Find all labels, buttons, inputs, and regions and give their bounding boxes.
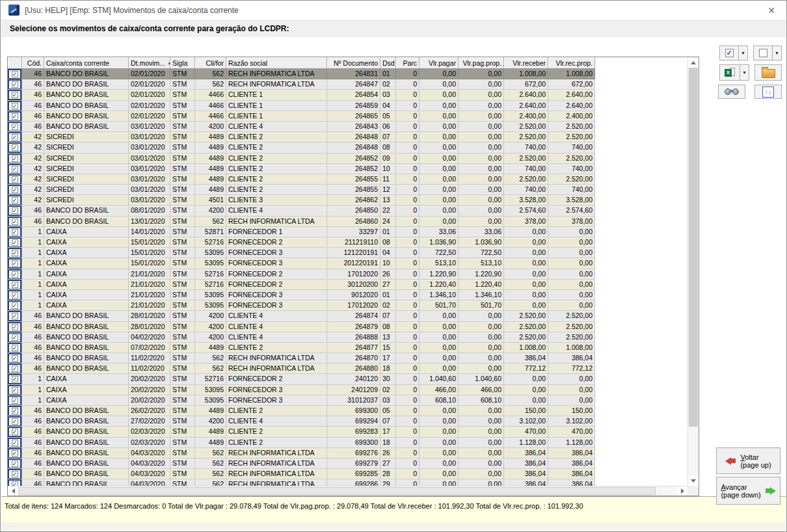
row-checkbox[interactable]: ✓ — [8, 479, 22, 486]
table-row[interactable]: ✓46BANCO DO BRASIL02/01/2020STM4466CLIEN… — [8, 90, 595, 100]
table-row[interactable]: ✓1CAIXA15/01/2020STM53095FORNECEDOR 3201… — [8, 258, 595, 269]
row-checkbox[interactable]: ✓ — [8, 427, 22, 437]
close-icon[interactable]: ✕ — [766, 5, 777, 16]
row-checkbox[interactable]: ✓ — [8, 79, 22, 90]
row-checkbox[interactable]: ✓ — [8, 469, 22, 479]
table-row[interactable]: ✓42SICREDI03/01/2020STM4489CLIENTE 22648… — [8, 132, 595, 142]
vertical-scroll-thumb[interactable] — [689, 68, 698, 427]
table-row[interactable]: ✓1CAIXA15/01/2020STM53095FORNECEDOR 3121… — [8, 248, 595, 258]
row-checkbox[interactable]: ✓ — [8, 69, 22, 79]
table-row[interactable]: ✓1CAIXA21/01/2020STM53095FORNECEDOR 3901… — [8, 290, 595, 300]
row-checkbox[interactable]: ✓ — [8, 142, 22, 153]
row-checkbox[interactable]: ✓ — [8, 122, 22, 132]
table-row[interactable]: ✓1CAIXA20/02/2020STM53095FORNECEDOR 3310… — [8, 395, 595, 406]
table-row[interactable]: ✓46BANCO DO BRASIL03/01/2020STM4200CLIEN… — [8, 122, 595, 132]
row-checkbox[interactable]: ✓ — [8, 111, 22, 122]
table-row[interactable]: ✓1CAIXA20/02/2020STM52716FORNECEDOR 2240… — [8, 374, 595, 384]
column-header-razao_social[interactable]: Razão social — [226, 57, 327, 69]
table-row[interactable]: ✓46BANCO DO BRASIL02/01/2020STM4466CLIEN… — [8, 101, 595, 111]
row-checkbox[interactable]: ✓ — [8, 364, 22, 374]
row-checkbox[interactable]: ✓ — [8, 90, 22, 100]
table-row[interactable]: ✓42SICREDI03/01/2020STM4489CLIENTE 22648… — [8, 174, 595, 185]
row-checkbox[interactable]: ✓ — [8, 185, 22, 195]
uncheck-all-dropdown[interactable]: ▼ — [772, 46, 782, 60]
column-header-cli_for[interactable]: Cli/for — [195, 57, 226, 69]
row-checkbox[interactable]: ✓ — [8, 153, 22, 164]
back-page-up-button[interactable]: Voltar (page up) — [716, 447, 780, 474]
table-row[interactable]: ✓46BANCO DO BRASIL02/01/2020STM4466CLIEN… — [8, 111, 595, 122]
scroll-up-icon[interactable] — [688, 57, 699, 68]
row-checkbox[interactable]: ✓ — [8, 195, 22, 206]
table-row[interactable]: ✓42SICREDI03/01/2020STM4489CLIENTE 22648… — [8, 142, 595, 153]
scroll-right-icon[interactable] — [677, 486, 687, 496]
horizontal-scrollbar[interactable] — [8, 486, 687, 496]
column-header-cod[interactable]: Cód. — [22, 57, 44, 69]
table-row[interactable]: ✓46BANCO DO BRASIL28/01/2020STM4200CLIEN… — [8, 311, 595, 321]
check-all-button[interactable]: ✓ — [719, 46, 739, 60]
column-header-parc[interactable]: Parc — [396, 57, 420, 69]
table-row[interactable]: ✓42SICREDI03/01/2020STM4489CLIENTE 22648… — [8, 185, 595, 195]
row-checkbox[interactable]: ✓ — [8, 290, 22, 300]
table-row[interactable]: ✓46BANCO DO BRASIL02/03/2020STM4489CLIEN… — [8, 427, 595, 437]
row-checkbox[interactable]: ✓ — [8, 438, 22, 448]
table-row[interactable]: ✓46BANCO DO BRASIL04/02/2020STM4200CLIEN… — [8, 332, 595, 343]
table-row[interactable]: ✓46BANCO DO BRASIL02/01/2020STM562RECH I… — [8, 69, 595, 79]
row-checkbox[interactable]: ✓ — [8, 258, 22, 269]
row-checkbox[interactable]: ✓ — [8, 217, 22, 227]
scroll-left-icon[interactable] — [8, 486, 18, 496]
row-checkbox[interactable]: ✓ — [8, 448, 22, 459]
row-checkbox[interactable]: ✓ — [8, 300, 22, 311]
table-row[interactable]: ✓46BANCO DO BRASIL07/02/2020STM4489CLIEN… — [8, 343, 595, 353]
table-row[interactable]: ✓42SICREDI03/01/2020STM4489CLIENTE 22648… — [8, 164, 595, 174]
row-checkbox[interactable]: ✓ — [8, 459, 22, 469]
search-button[interactable] — [718, 85, 745, 99]
table-row[interactable]: ✓46BANCO DO BRASIL28/01/2020STM4200CLIEN… — [8, 322, 595, 332]
table-row[interactable]: ✓46BANCO DO BRASIL04/03/2020STM562RECH I… — [8, 448, 595, 459]
column-header-caixa_conta_corrente[interactable]: Caixa/conta corrente — [44, 57, 129, 69]
table-row[interactable]: ✓1CAIXA21/01/2020STM52716FORNECEDOR 2170… — [8, 269, 595, 280]
column-header-vlr_receber[interactable]: Vlr.receber — [504, 57, 548, 69]
row-checkbox[interactable]: ✓ — [8, 237, 22, 248]
row-checkbox[interactable]: ✓ — [8, 322, 22, 332]
table-row[interactable]: ✓46BANCO DO BRASIL02/01/2020STM562RECH I… — [8, 79, 595, 90]
column-header-n_documento[interactable]: Nº Documento — [327, 57, 380, 69]
table-row[interactable]: ✓1CAIXA14/01/2020STM52871FORNECEDOR 1332… — [8, 227, 595, 237]
column-header-dsd[interactable]: Dsd — [380, 57, 396, 69]
forward-page-down-button[interactable]: Avançar (page down) — [716, 477, 780, 505]
row-checkbox[interactable]: ✓ — [8, 406, 22, 416]
table-row[interactable]: ✓46BANCO DO BRASIL11/02/2020STM562RECH I… — [8, 364, 595, 374]
row-checkbox[interactable]: ✓ — [8, 332, 22, 343]
table-row[interactable]: ✓1CAIXA21/01/2020STM52716FORNECEDOR 2301… — [8, 280, 595, 290]
check-all-dropdown[interactable]: ▼ — [738, 46, 748, 60]
sort-order-button[interactable]: ↑↓ — [754, 85, 782, 99]
table-row[interactable]: ✓42SICREDI03/01/2020STM4501CLIENTE 32648… — [8, 195, 595, 206]
row-checkbox[interactable]: ✓ — [8, 164, 22, 174]
table-row[interactable]: ✓46BANCO DO BRASIL13/01/2020STM562RECH I… — [8, 217, 595, 227]
table-row[interactable]: ✓1CAIXA20/02/2020STM53095FORNECEDOR 3240… — [8, 385, 595, 395]
vertical-scrollbar[interactable] — [687, 57, 699, 486]
uncheck-all-button[interactable] — [753, 46, 773, 60]
row-checkbox[interactable]: ✓ — [8, 174, 22, 185]
row-checkbox[interactable]: ✓ — [8, 101, 22, 111]
column-header-vlr_pag_prop[interactable]: Vlr.pag.prop. — [459, 57, 504, 69]
row-checkbox[interactable]: ✓ — [8, 269, 22, 280]
export-excel-button[interactable]: X — [719, 64, 740, 81]
column-header-vlr_rec_prop[interactable]: Vlr.rec.prop. — [548, 57, 595, 69]
scroll-down-icon[interactable] — [688, 475, 699, 486]
row-checkbox[interactable]: ✓ — [8, 280, 22, 290]
export-excel-dropdown[interactable]: ▼ — [740, 64, 749, 81]
table-row[interactable]: ✓46BANCO DO BRASIL02/03/2020STM4489CLIEN… — [8, 438, 595, 448]
row-checkbox[interactable]: ✓ — [8, 311, 22, 321]
table-row[interactable]: ✓1CAIXA15/01/2020STM52716FORNECEDOR 2211… — [8, 237, 595, 248]
row-checkbox[interactable]: ✓ — [8, 374, 22, 384]
row-checkbox[interactable]: ✓ — [8, 248, 22, 258]
row-checkbox[interactable]: ✓ — [8, 132, 22, 142]
table-row[interactable]: ✓1CAIXA21/01/2020STM53095FORNECEDOR 3170… — [8, 300, 595, 311]
row-checkbox[interactable]: ✓ — [8, 395, 22, 406]
row-checkbox[interactable]: ✓ — [8, 385, 22, 395]
table-row[interactable]: ✓46BANCO DO BRASIL04/03/2020STM562RECH I… — [8, 459, 595, 469]
row-checkbox[interactable]: ✓ — [8, 206, 22, 216]
table-row[interactable]: ✓46BANCO DO BRASIL26/02/2020STM4489CLIEN… — [8, 406, 595, 416]
row-checkbox[interactable]: ✓ — [8, 227, 22, 237]
horizontal-scroll-thumb[interactable] — [18, 487, 656, 495]
